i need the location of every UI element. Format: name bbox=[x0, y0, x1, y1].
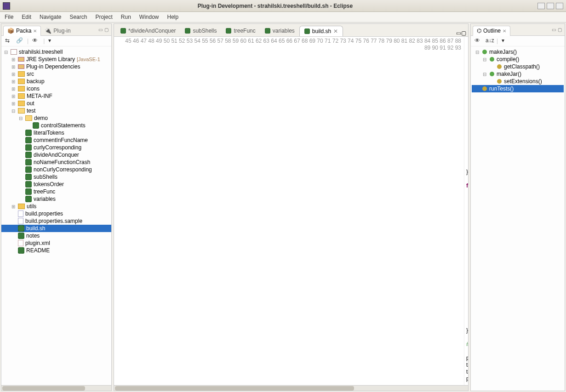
package-explorer-tree[interactable]: ⊟strahilski.treeshell⊞JRE System Library… bbox=[1, 46, 111, 385]
tree-folder-src[interactable]: ⊞src bbox=[1, 70, 111, 78]
menu-window[interactable]: Window bbox=[139, 14, 159, 20]
tree-file-notes[interactable]: notes bbox=[1, 232, 111, 239]
tree-file[interactable]: controlStatements bbox=[1, 122, 111, 129]
editor-tab[interactable]: build.sh✕ bbox=[299, 26, 343, 37]
expand-icon[interactable]: ⊟ bbox=[482, 72, 487, 77]
expand-icon[interactable]: ⊟ bbox=[482, 57, 487, 62]
package-explorer-tabs: 📦 Packa ✕ 🔌 Plug-in ▭ ▢ bbox=[1, 24, 111, 36]
tab-label: *divideAndConquer bbox=[128, 28, 176, 34]
tree-label: literalTokens bbox=[34, 130, 64, 136]
code-content[interactable]: setExtensions "${exts}" jar cvfm "${out}… bbox=[464, 37, 468, 385]
outline-item[interactable]: ⊟compile() bbox=[472, 56, 564, 63]
tree-folder-demo[interactable]: ⊟demo bbox=[1, 114, 111, 122]
tree-folder-META-INF[interactable]: ⊞META-INF bbox=[1, 92, 111, 100]
maximize-button[interactable] bbox=[547, 3, 554, 9]
tree-jre[interactable]: ⊞JRE System Library [JavaSE-1 bbox=[1, 56, 111, 63]
outline-item[interactable]: ⊟makeJars() bbox=[472, 48, 564, 56]
menu-file[interactable]: File bbox=[5, 14, 13, 20]
tree-file[interactable]: treeFunc bbox=[1, 188, 111, 195]
expand-icon[interactable]: ⊞ bbox=[11, 64, 16, 69]
tree-file[interactable]: divideAndConquer bbox=[1, 151, 111, 159]
menu-search[interactable]: Search bbox=[69, 14, 87, 20]
editor-tab[interactable]: treeFunc bbox=[221, 25, 260, 36]
tree-file[interactable]: commentInFuncName bbox=[1, 136, 111, 144]
outline-label: getClasspath() bbox=[504, 63, 540, 70]
tree-file[interactable]: literalTokens bbox=[1, 129, 111, 136]
expand-icon[interactable]: ⊞ bbox=[11, 204, 16, 209]
view-menu-icon[interactable]: ▾ bbox=[502, 37, 509, 45]
tree-plugin-deps[interactable]: ⊞Plug-in Dependencies bbox=[1, 63, 111, 70]
tree-file-plugin-xml[interactable]: plugin.xml bbox=[1, 239, 111, 247]
expand-icon[interactable]: ⊞ bbox=[11, 72, 16, 77]
focus-icon[interactable]: 👁 bbox=[475, 37, 482, 45]
outline-item[interactable]: setExtensions() bbox=[472, 78, 564, 85]
horizontal-scrollbar[interactable] bbox=[1, 385, 111, 391]
tree-file[interactable]: variables bbox=[1, 195, 111, 203]
tree-file[interactable]: nonCurlyCorresponding bbox=[1, 166, 111, 173]
menu-edit[interactable]: Edit bbox=[22, 14, 31, 20]
tree-file-build-properties[interactable]: build.properties bbox=[1, 210, 111, 217]
tree-folder-test[interactable]: ⊟test bbox=[1, 107, 111, 114]
tree-folder-out[interactable]: ⊞out bbox=[1, 100, 111, 107]
close-icon[interactable]: ✕ bbox=[333, 28, 338, 34]
editor[interactable]: 45 46 47 48 49 50 51 52 53 54 55 56 57 5… bbox=[114, 37, 468, 385]
expand-icon[interactable]: ⊟ bbox=[3, 50, 9, 55]
focus-task-icon[interactable]: 👁 bbox=[32, 37, 40, 45]
tree-file[interactable]: subShells bbox=[1, 173, 111, 181]
package-explorer-toolbar: ⇆ 🔗 | 👁 | ▾ bbox=[1, 36, 111, 46]
menu-run[interactable]: Run bbox=[121, 14, 131, 20]
expand-icon[interactable]: ⊟ bbox=[475, 50, 480, 55]
outline-tree[interactable]: ⊟makeJars()⊟compile()getClasspath()⊟make… bbox=[471, 46, 565, 391]
restore-view-icon[interactable]: ▢ bbox=[557, 27, 563, 32]
minimize-view-icon[interactable]: ▭ bbox=[97, 27, 103, 32]
editor-horizontal-scrollbar[interactable] bbox=[114, 385, 468, 391]
menu-project[interactable]: Project bbox=[95, 14, 112, 20]
outline-item[interactable]: getClasspath() bbox=[472, 63, 564, 70]
outline-item[interactable]: runTests() bbox=[472, 85, 564, 92]
collapse-all-icon[interactable]: ⇆ bbox=[5, 37, 12, 45]
editor-tab[interactable]: subShells bbox=[180, 25, 221, 36]
tree-file[interactable]: noNameFunctionCrash bbox=[1, 159, 111, 166]
expand-icon[interactable]: ⊞ bbox=[11, 94, 16, 99]
tree-label: JRE System Library bbox=[26, 56, 75, 62]
expand-icon[interactable]: ⊟ bbox=[11, 108, 16, 114]
editor-tab[interactable]: variables bbox=[260, 25, 299, 36]
tree-folder-backup[interactable]: ⊞backup bbox=[1, 78, 111, 85]
sort-icon[interactable]: a↓z bbox=[486, 37, 493, 45]
tab-plugin[interactable]: 🔌 Plug-in bbox=[41, 26, 74, 36]
close-button[interactable] bbox=[556, 3, 563, 9]
expand-icon[interactable]: ⊞ bbox=[11, 57, 16, 62]
close-icon[interactable]: ✕ bbox=[33, 28, 37, 34]
view-menu-icon[interactable]: ▾ bbox=[48, 37, 56, 45]
editor-tab[interactable]: *divideAndConquer bbox=[116, 25, 180, 36]
tree-file-README[interactable]: README bbox=[1, 247, 111, 254]
tree-folder-utils[interactable]: ⊞utils bbox=[1, 203, 111, 210]
script-icon bbox=[25, 166, 32, 173]
link-editor-icon[interactable]: 🔗 bbox=[16, 37, 23, 45]
close-icon[interactable]: ✕ bbox=[503, 28, 506, 34]
window-title: Plug-in Development - strahilski.treeshe… bbox=[13, 3, 537, 9]
maximize-editor-icon[interactable]: ▢ bbox=[461, 30, 466, 36]
outline-icon: ⌬ bbox=[477, 28, 481, 34]
tree-project[interactable]: ⊟strahilski.treeshell bbox=[1, 48, 111, 56]
expand-icon[interactable]: ⊟ bbox=[18, 116, 23, 121]
tree-folder-icons[interactable]: ⊞icons bbox=[1, 85, 111, 92]
expand-icon[interactable]: ⊞ bbox=[11, 79, 16, 84]
tree-file[interactable]: tokensOrder bbox=[1, 181, 111, 188]
outline-item[interactable]: ⊟makeJar() bbox=[472, 70, 564, 78]
script-icon bbox=[25, 188, 32, 195]
minimize-editor-icon[interactable]: ▭ bbox=[456, 30, 461, 36]
expand-icon[interactable]: ⊞ bbox=[11, 101, 16, 106]
minimize-button[interactable] bbox=[537, 3, 545, 9]
menu-navigate[interactable]: Navigate bbox=[40, 14, 61, 20]
tree-file-build-properties-sample[interactable]: build.properties.sample bbox=[1, 217, 111, 225]
minimize-view-icon[interactable]: ▭ bbox=[551, 27, 557, 32]
expand-icon[interactable]: ⊞ bbox=[11, 86, 16, 91]
tree-label: out bbox=[27, 100, 34, 107]
menu-help[interactable]: Help bbox=[167, 14, 179, 20]
tree-file[interactable]: curlyCorresponding bbox=[1, 144, 111, 151]
tab-package-explorer[interactable]: 📦 Packa ✕ bbox=[3, 26, 41, 36]
restore-view-icon[interactable]: ▢ bbox=[103, 27, 109, 32]
tab-outline[interactable]: ⌬ Outline ✕ bbox=[473, 26, 510, 36]
tree-file-build-sh[interactable]: build.sh bbox=[1, 225, 111, 232]
